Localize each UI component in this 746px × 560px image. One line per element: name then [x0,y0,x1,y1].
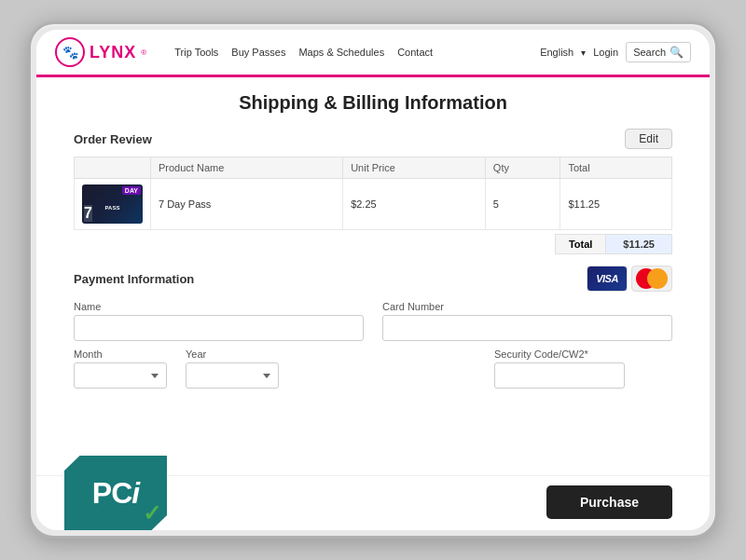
order-table: Product Name Unit Price Qty Total 7 DAY … [74,157,672,230]
product-name: 7 Day Pass [151,179,343,230]
pci-badge: P C i ✓ [64,456,167,530]
card-icons: VISA [587,266,672,292]
order-review-header: Order Review Edit [74,129,672,149]
total-row: Total $11.25 [74,234,672,254]
security-group: Security Code/CW2* [494,348,672,389]
search-icon: 🔍 [670,46,684,59]
security-input[interactable] [494,362,625,389]
main-content: Shipping & Billing Information Order Rev… [36,77,710,475]
action-bar: P C i ✓ Purchase [36,475,710,530]
nav-buy-passes[interactable]: Buy Passes [231,47,285,58]
card-number-group: Card Number [382,301,672,341]
search-box[interactable]: Search 🔍 [626,42,691,62]
pci-p: P [92,476,111,511]
search-label: Search [633,47,666,58]
nav-trip-tools[interactable]: Trip Tools [174,47,218,58]
nav-contact[interactable]: Contact [397,47,433,58]
payment-label: Payment Information [74,272,194,286]
nav-right: English ▾ Login Search 🔍 [540,42,691,62]
name-input[interactable] [74,315,364,341]
order-review-label: Order Review [74,132,152,146]
visa-icon: VISA [587,266,628,292]
col-unit-price: Unit Price [343,157,486,179]
nav-login[interactable]: Login [593,47,618,58]
card-number-label: Card Number [382,301,672,312]
pci-c: C [111,476,131,511]
product-image: 7 DAY PASS [82,184,143,224]
unit-price: $2.25 [343,179,486,230]
total-box: Total $11.25 [555,234,672,254]
screen: 🐾 LYNX® Trip Tools Buy Passes Maps & Sch… [36,30,710,530]
edit-button[interactable]: Edit [625,129,672,149]
logo-area: 🐾 LYNX® [55,37,146,67]
pci-i-italic: i [131,476,139,511]
card-number-input[interactable] [382,315,672,341]
security-label: Security Code/CW2* [494,348,672,360]
col-qty: Qty [485,157,560,179]
name-label: Name [74,301,364,312]
row-total: $11.25 [560,179,672,230]
payment-form-row-2: Month 01 02 03 04 05 06 07 08 09 [74,348,672,389]
logo-text: LYNX [90,43,136,62]
nav-links: Trip Tools Buy Passes Maps & Schedules C… [174,47,523,58]
year-label: Year [186,348,279,360]
month-label: Month [74,348,167,360]
purchase-button[interactable]: Purchase [546,485,672,519]
total-label: Total [556,235,606,253]
col-total: Total [560,157,672,179]
year-select[interactable]: 2024 2025 2026 2027 2028 [186,362,279,389]
payment-header: Payment Information VISA [74,266,672,292]
page-title: Shipping & Billing Information [74,92,672,114]
product-image-cell: 7 DAY PASS [75,179,151,230]
total-amount: $11.25 [606,235,671,253]
nav-bar: 🐾 LYNX® Trip Tools Buy Passes Maps & Sch… [36,30,710,77]
pci-checkmark: ✓ [143,500,161,526]
nav-maps-schedules[interactable]: Maps & Schedules [298,47,384,58]
month-select[interactable]: 01 02 03 04 05 06 07 08 09 10 11 12 [74,362,167,389]
mastercard-icon [631,266,672,292]
year-group: Year 2024 2025 2026 2027 2028 [186,348,279,389]
col-image [75,157,151,179]
table-row: 7 DAY PASS 7 Day Pass $2.25 5 $11.25 [75,179,672,230]
payment-form-row-1: Name Card Number [74,301,672,341]
qty: 5 [485,179,560,230]
nav-language[interactable]: English [540,47,573,58]
logo-icon: 🐾 [55,37,85,67]
name-group: Name [74,301,364,341]
payment-section: Payment Information VISA Name [74,266,672,389]
col-product-name: Product Name [151,157,343,179]
tablet-frame: 🐾 LYNX® Trip Tools Buy Passes Maps & Sch… [28,21,718,539]
month-group: Month 01 02 03 04 05 06 07 08 09 [74,348,167,389]
